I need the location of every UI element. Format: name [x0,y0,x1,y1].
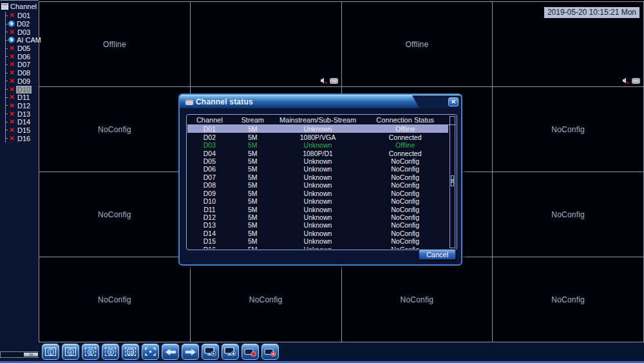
table-row[interactable]: D15 5M Unknown NoConfig [187,237,448,245]
table-row[interactable]: D02 5M 1080P/VGA Connected [187,133,448,141]
cell-stream: 5M [232,157,274,165]
table-row[interactable]: D08 5M Unknown NoConfig [187,181,448,189]
cell-status: NoConfig [362,157,448,165]
table-row[interactable]: D10 5M Unknown NoConfig [187,197,448,205]
cancel-button[interactable]: Cancel [419,249,456,260]
view-1-button[interactable]: 1 [42,344,59,360]
dialog-icon [185,99,193,105]
next-page-button[interactable] [182,344,199,360]
camera-cell[interactable]: NoConfig [342,257,493,342]
channel-tree-item[interactable]: D16 [6,134,39,142]
channel-tree-item[interactable]: D03 [6,28,39,36]
dialog-title: Channel status [196,97,253,106]
cell-stream: 5M [232,206,274,213]
scrollbar-thumb[interactable] [451,175,454,186]
cell-status: Offline [362,125,448,133]
camera-status-label: NoConfig [98,295,131,304]
cell-status: NoConfig [362,237,448,245]
table-row[interactable]: D07 5M Unknown NoConfig [187,173,448,181]
cell-channel: D11 [187,206,232,213]
view-9-label: 9 [108,349,114,355]
channel-tree-item[interactable]: D14 [6,118,39,126]
channel-state-icon [8,86,15,93]
camera-cell[interactable]: NoConfig [39,257,191,342]
header-mainstream: Mainstream/Sub-Stream [274,116,363,124]
cell-stream: 5M [232,165,274,173]
fullscreen-button[interactable] [142,344,159,360]
channel-tree-header[interactable]: Channel [0,1,39,12]
record-button[interactable] [242,344,259,360]
dialog-titlebar[interactable]: Channel status ✕ [180,95,461,108]
stop-record-button[interactable] [261,344,279,360]
camera-cell[interactable]: Offline [39,2,191,87]
channel-state-icon [8,12,15,19]
stop-tour-button[interactable] [222,344,239,360]
view-8-button[interactable]: 8 [82,344,99,360]
prev-page-button[interactable] [162,344,179,360]
cell-mainstream: 1080P/D1 [274,150,363,157]
table-row[interactable]: D12 5M Unknown NoConfig [187,213,448,221]
header-channel: Channel [187,116,232,124]
tree-connector [6,64,8,65]
table-row[interactable]: D06 5M Unknown NoConfig [187,165,448,173]
channel-tree-item[interactable]: D01 [6,12,39,20]
channel-tree-item[interactable]: D08 [6,69,39,77]
tree-connector [6,81,8,81]
camera-cell[interactable]: NoConfig [39,87,191,172]
close-icon[interactable]: ✕ [448,97,459,106]
channel-tree-item[interactable]: D10 [6,85,39,93]
tree-connector [6,40,8,41]
channel-tree-item[interactable]: D02 [6,20,39,28]
cell-channel: D08 [187,181,232,189]
channel-tree-item[interactable]: D15 [6,126,39,135]
channel-state-icon [8,45,15,52]
tree-connector [6,105,8,106]
cell-stream: 5M [232,181,274,189]
channel-tree-item[interactable]: D12 [6,102,39,110]
scrollbar-thumb[interactable] [24,353,38,357]
channel-tree-item[interactable]: D11 [6,93,39,102]
channel-state-icon [8,119,15,126]
start-tour-button[interactable] [202,344,219,360]
table-row[interactable]: D11 5M Unknown NoConfig [187,205,448,213]
channel-tree-item[interactable]: D05 [6,44,39,53]
camera-cell[interactable] [191,2,342,87]
cell-status: Connected [362,150,448,157]
table-body: D01 5M Unknown Offline D02 5M 1080P/VGA … [187,125,448,249]
camera-status-label: NoConfig [98,125,131,134]
view-4-button[interactable]: 4 [62,344,79,360]
cell-stream: 5M [232,133,274,141]
channel-tree-item[interactable]: AI CAM [6,36,39,44]
table-row[interactable]: D03 5M Unknown Offline [187,141,448,149]
table-row[interactable]: D09 5M Unknown NoConfig [187,190,448,197]
table-row[interactable]: D14 5M Unknown NoConfig [187,230,448,237]
view-9-button[interactable]: 9 [102,344,119,360]
table-row[interactable]: D13 5M Unknown NoConfig [187,221,448,229]
camera-status-label: NoConfig [249,295,283,304]
view-8-label: 8 [88,349,94,355]
table-vertical-scrollbar[interactable] [450,116,455,248]
camera-cell[interactable]: NoConfig [191,257,342,342]
cell-channel: D10 [187,197,232,205]
channel-state-icon [8,37,15,43]
table-row[interactable]: D04 5M 1080P/D1 Connected [187,149,448,157]
channel-tree-item[interactable]: D13 [6,110,39,118]
view-16-button[interactable]: 16 [122,344,139,360]
channel-name: D10 [16,86,32,93]
camera-cell[interactable]: NoConfig [493,257,644,342]
cell-status: NoConfig [362,230,448,237]
camera-status-label: NoConfig [551,295,585,304]
camera-cell[interactable]: Offline [342,2,493,87]
camera-cell[interactable]: NoConfig [493,172,644,257]
channel-tree-item[interactable]: D06 [6,52,39,61]
camera-cell[interactable]: NoConfig [493,87,644,172]
sidebar-horizontal-scrollbar[interactable] [0,351,40,358]
table-row[interactable]: D01 5M Unknown Offline [187,125,448,133]
table-row[interactable]: D16 5M Unknown NoConfig [187,246,448,249]
channel-tree-item[interactable]: D09 [6,77,39,86]
mute-speaker-icon [622,77,630,84]
channel-tree-item[interactable]: D07 [6,61,39,69]
cell-mainstream: 1080P/VGA [274,133,363,141]
table-row[interactable]: D05 5M Unknown NoConfig [187,157,448,165]
camera-cell[interactable]: NoConfig [39,172,191,257]
